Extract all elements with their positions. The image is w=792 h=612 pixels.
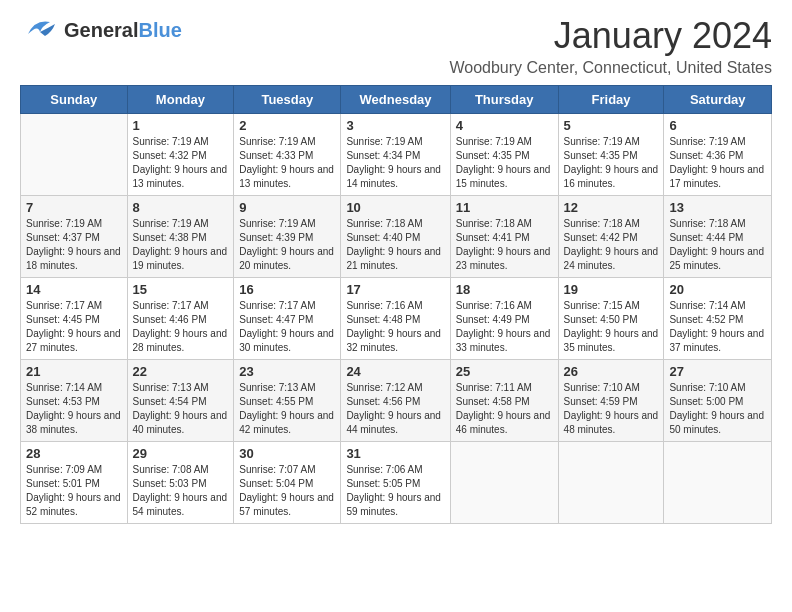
- calendar-day-cell: 30Sunrise: 7:07 AM Sunset: 5:04 PM Dayli…: [234, 442, 341, 524]
- day-info: Sunrise: 7:15 AM Sunset: 4:50 PM Dayligh…: [564, 299, 659, 355]
- day-info: Sunrise: 7:13 AM Sunset: 4:54 PM Dayligh…: [133, 381, 229, 437]
- calendar-day-cell: 2Sunrise: 7:19 AM Sunset: 4:33 PM Daylig…: [234, 114, 341, 196]
- day-number: 9: [239, 200, 335, 215]
- day-info: Sunrise: 7:18 AM Sunset: 4:41 PM Dayligh…: [456, 217, 553, 273]
- weekday-header-saturday: Saturday: [664, 86, 772, 114]
- calendar-day-cell: 11Sunrise: 7:18 AM Sunset: 4:41 PM Dayli…: [450, 196, 558, 278]
- weekday-header-sunday: Sunday: [21, 86, 128, 114]
- day-number: 16: [239, 282, 335, 297]
- day-number: 19: [564, 282, 659, 297]
- day-number: 6: [669, 118, 766, 133]
- calendar-day-cell: 5Sunrise: 7:19 AM Sunset: 4:35 PM Daylig…: [558, 114, 664, 196]
- calendar-week-row: 21Sunrise: 7:14 AM Sunset: 4:53 PM Dayli…: [21, 360, 772, 442]
- day-info: Sunrise: 7:19 AM Sunset: 4:32 PM Dayligh…: [133, 135, 229, 191]
- calendar-day-cell: 18Sunrise: 7:16 AM Sunset: 4:49 PM Dayli…: [450, 278, 558, 360]
- day-info: Sunrise: 7:18 AM Sunset: 4:44 PM Dayligh…: [669, 217, 766, 273]
- day-number: 20: [669, 282, 766, 297]
- calendar-day-cell: 14Sunrise: 7:17 AM Sunset: 4:45 PM Dayli…: [21, 278, 128, 360]
- day-number: 10: [346, 200, 444, 215]
- calendar-day-cell: 13Sunrise: 7:18 AM Sunset: 4:44 PM Dayli…: [664, 196, 772, 278]
- calendar-day-cell: 9Sunrise: 7:19 AM Sunset: 4:39 PM Daylig…: [234, 196, 341, 278]
- day-info: Sunrise: 7:12 AM Sunset: 4:56 PM Dayligh…: [346, 381, 444, 437]
- logo-icon: [20, 15, 60, 45]
- day-info: Sunrise: 7:14 AM Sunset: 4:52 PM Dayligh…: [669, 299, 766, 355]
- day-number: 28: [26, 446, 122, 461]
- weekday-header-tuesday: Tuesday: [234, 86, 341, 114]
- day-info: Sunrise: 7:19 AM Sunset: 4:39 PM Dayligh…: [239, 217, 335, 273]
- day-info: Sunrise: 7:17 AM Sunset: 4:47 PM Dayligh…: [239, 299, 335, 355]
- day-info: Sunrise: 7:09 AM Sunset: 5:01 PM Dayligh…: [26, 463, 122, 519]
- weekday-header-row: SundayMondayTuesdayWednesdayThursdayFrid…: [21, 86, 772, 114]
- day-number: 27: [669, 364, 766, 379]
- day-number: 2: [239, 118, 335, 133]
- calendar-day-cell: 20Sunrise: 7:14 AM Sunset: 4:52 PM Dayli…: [664, 278, 772, 360]
- day-info: Sunrise: 7:10 AM Sunset: 4:59 PM Dayligh…: [564, 381, 659, 437]
- day-number: 14: [26, 282, 122, 297]
- day-info: Sunrise: 7:17 AM Sunset: 4:45 PM Dayligh…: [26, 299, 122, 355]
- day-info: Sunrise: 7:17 AM Sunset: 4:46 PM Dayligh…: [133, 299, 229, 355]
- day-number: 3: [346, 118, 444, 133]
- calendar-week-row: 28Sunrise: 7:09 AM Sunset: 5:01 PM Dayli…: [21, 442, 772, 524]
- calendar-day-cell: 7Sunrise: 7:19 AM Sunset: 4:37 PM Daylig…: [21, 196, 128, 278]
- day-number: 31: [346, 446, 444, 461]
- day-number: 17: [346, 282, 444, 297]
- day-info: Sunrise: 7:11 AM Sunset: 4:58 PM Dayligh…: [456, 381, 553, 437]
- day-info: Sunrise: 7:19 AM Sunset: 4:35 PM Dayligh…: [564, 135, 659, 191]
- day-number: 22: [133, 364, 229, 379]
- calendar-day-cell: 3Sunrise: 7:19 AM Sunset: 4:34 PM Daylig…: [341, 114, 450, 196]
- calendar-day-cell: 10Sunrise: 7:18 AM Sunset: 4:40 PM Dayli…: [341, 196, 450, 278]
- day-info: Sunrise: 7:19 AM Sunset: 4:33 PM Dayligh…: [239, 135, 335, 191]
- logo: GeneralBlue: [20, 15, 182, 45]
- day-info: Sunrise: 7:10 AM Sunset: 5:00 PM Dayligh…: [669, 381, 766, 437]
- day-number: 7: [26, 200, 122, 215]
- day-info: Sunrise: 7:18 AM Sunset: 4:42 PM Dayligh…: [564, 217, 659, 273]
- calendar-day-cell: [664, 442, 772, 524]
- weekday-header-wednesday: Wednesday: [341, 86, 450, 114]
- calendar-day-cell: 12Sunrise: 7:18 AM Sunset: 4:42 PM Dayli…: [558, 196, 664, 278]
- calendar-day-cell: 28Sunrise: 7:09 AM Sunset: 5:01 PM Dayli…: [21, 442, 128, 524]
- calendar-day-cell: 4Sunrise: 7:19 AM Sunset: 4:35 PM Daylig…: [450, 114, 558, 196]
- day-info: Sunrise: 7:18 AM Sunset: 4:40 PM Dayligh…: [346, 217, 444, 273]
- day-number: 25: [456, 364, 553, 379]
- day-info: Sunrise: 7:19 AM Sunset: 4:37 PM Dayligh…: [26, 217, 122, 273]
- day-number: 15: [133, 282, 229, 297]
- calendar-day-cell: [21, 114, 128, 196]
- day-number: 12: [564, 200, 659, 215]
- day-info: Sunrise: 7:19 AM Sunset: 4:36 PM Dayligh…: [669, 135, 766, 191]
- calendar-day-cell: 6Sunrise: 7:19 AM Sunset: 4:36 PM Daylig…: [664, 114, 772, 196]
- day-number: 4: [456, 118, 553, 133]
- calendar-day-cell: 27Sunrise: 7:10 AM Sunset: 5:00 PM Dayli…: [664, 360, 772, 442]
- calendar-week-row: 14Sunrise: 7:17 AM Sunset: 4:45 PM Dayli…: [21, 278, 772, 360]
- day-info: Sunrise: 7:16 AM Sunset: 4:49 PM Dayligh…: [456, 299, 553, 355]
- page-container: GeneralBlue January 2024 Woodbury Center…: [0, 0, 792, 539]
- calendar-day-cell: 31Sunrise: 7:06 AM Sunset: 5:05 PM Dayli…: [341, 442, 450, 524]
- calendar-table: SundayMondayTuesdayWednesdayThursdayFrid…: [20, 85, 772, 524]
- calendar-day-cell: 8Sunrise: 7:19 AM Sunset: 4:38 PM Daylig…: [127, 196, 234, 278]
- day-number: 26: [564, 364, 659, 379]
- weekday-header-monday: Monday: [127, 86, 234, 114]
- day-number: 5: [564, 118, 659, 133]
- day-info: Sunrise: 7:19 AM Sunset: 4:34 PM Dayligh…: [346, 135, 444, 191]
- day-number: 21: [26, 364, 122, 379]
- calendar-day-cell: 15Sunrise: 7:17 AM Sunset: 4:46 PM Dayli…: [127, 278, 234, 360]
- calendar-day-cell: 22Sunrise: 7:13 AM Sunset: 4:54 PM Dayli…: [127, 360, 234, 442]
- day-number: 29: [133, 446, 229, 461]
- calendar-day-cell: 23Sunrise: 7:13 AM Sunset: 4:55 PM Dayli…: [234, 360, 341, 442]
- calendar-day-cell: [450, 442, 558, 524]
- day-info: Sunrise: 7:19 AM Sunset: 4:38 PM Dayligh…: [133, 217, 229, 273]
- location: Woodbury Center, Connecticut, United Sta…: [449, 59, 772, 77]
- calendar-day-cell: 29Sunrise: 7:08 AM Sunset: 5:03 PM Dayli…: [127, 442, 234, 524]
- day-number: 24: [346, 364, 444, 379]
- day-number: 18: [456, 282, 553, 297]
- day-number: 23: [239, 364, 335, 379]
- calendar-day-cell: [558, 442, 664, 524]
- month-title: January 2024: [449, 15, 772, 57]
- weekday-header-friday: Friday: [558, 86, 664, 114]
- header: GeneralBlue January 2024 Woodbury Center…: [20, 15, 772, 77]
- calendar-day-cell: 17Sunrise: 7:16 AM Sunset: 4:48 PM Dayli…: [341, 278, 450, 360]
- day-info: Sunrise: 7:19 AM Sunset: 4:35 PM Dayligh…: [456, 135, 553, 191]
- calendar-day-cell: 25Sunrise: 7:11 AM Sunset: 4:58 PM Dayli…: [450, 360, 558, 442]
- calendar-day-cell: 1Sunrise: 7:19 AM Sunset: 4:32 PM Daylig…: [127, 114, 234, 196]
- logo-general: General: [64, 19, 138, 41]
- day-number: 13: [669, 200, 766, 215]
